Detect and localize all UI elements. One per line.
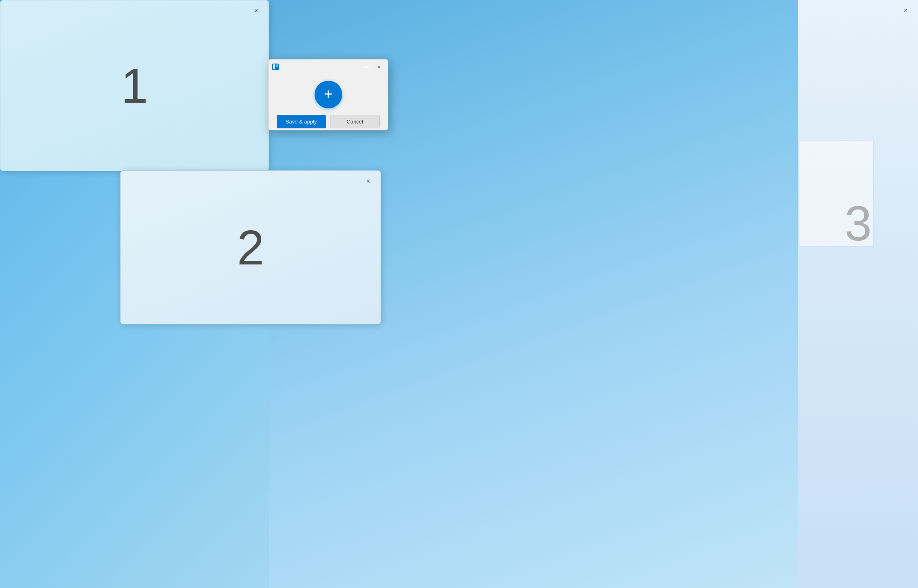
dialog-add-button[interactable]: + — [315, 81, 342, 108]
dialog-titlebar: — × — [269, 59, 388, 74]
plus-icon: + — [324, 87, 332, 101]
window-3: × 3 — [798, 0, 918, 588]
window-2: × 2 — [120, 170, 381, 324]
window-2-close-button[interactable]: × — [363, 176, 374, 187]
window-1-close-button[interactable]: × — [251, 5, 262, 17]
dialog: — × + Save & apply Cancel — [268, 59, 388, 130]
window-2-number: 2 — [237, 219, 264, 275]
svg-rect-10 — [276, 64, 278, 67]
dialog-minimize-button[interactable]: — — [361, 61, 372, 73]
dialog-titlebar-left — [272, 63, 279, 70]
cancel-button[interactable]: Cancel — [330, 115, 380, 128]
dialog-body: + Save & apply Cancel — [269, 74, 388, 134]
window-1: × 1 — [0, 0, 269, 171]
dialog-close-button[interactable]: × — [373, 61, 385, 73]
dialog-buttons: Save & apply Cancel — [277, 115, 380, 128]
window-1-number: 1 — [121, 57, 148, 114]
svg-rect-9 — [273, 64, 275, 69]
dialog-win-controls: — × — [361, 61, 385, 73]
right-inner-box — [798, 141, 874, 247]
save-apply-button[interactable]: Save & apply — [277, 115, 326, 128]
window-3-close-button[interactable]: × — [900, 5, 911, 16]
dialog-app-icon — [272, 63, 279, 70]
